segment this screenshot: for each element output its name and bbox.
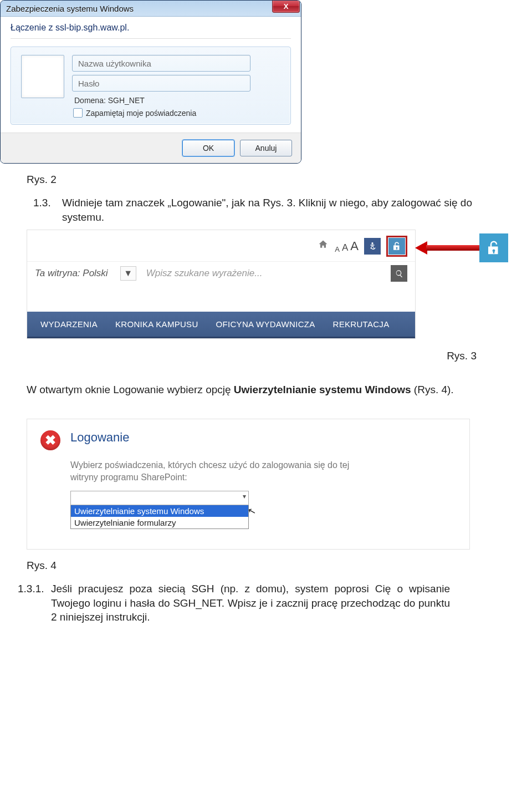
credential-card: Nazwa użytkownika Hasło Domena: SGH_NET … [11,47,291,125]
remember-checkbox[interactable] [73,108,83,118]
close-icon: X [284,2,289,11]
close-button[interactable]: X [272,0,300,13]
login-heading: Logowanie [70,430,456,445]
nav-item[interactable]: REKRUTACJA [333,319,390,329]
home-icon[interactable] [317,239,329,253]
auth-option-windows[interactable]: Uwierzytelnianie systemu Windows [71,505,248,517]
dialog-titlebar: Zabezpieczenia systemu Windows X [1,1,301,17]
list-item: 1.3.Widnieje tam znaczek „Logowanie", ja… [62,196,472,224]
figure-caption: Rys. 4 [27,560,505,572]
website-toolbar-screenshot: A A A Ta witryna: Polski ▼ Wpisz szukane… [27,230,416,339]
remember-label: Zapamiętaj moje poświadczenia [86,109,196,118]
login-icon-highlight [386,236,407,257]
nav-item[interactable]: OFICYNA WYDAWNICZA [216,319,315,329]
error-icon: ✖ [40,430,60,450]
divider [11,38,291,39]
dialog-title: Zabezpieczenia systemu Windows [1,4,134,13]
cancel-button[interactable]: Anuluj [240,140,292,156]
language-dropdown[interactable]: ▼ [120,266,136,281]
domain-label: Domena: SGH_NET [72,95,280,108]
figure-caption: Rys. 2 [27,174,505,186]
windows-security-dialog: Zabezpieczenia systemu Windows X Łączeni… [0,0,301,164]
callout-arrow [415,233,508,262]
paragraph: W otwartym oknie Logowanie wybierz opcję… [0,383,508,408]
login-instruction: Wybierz poświadczenia, których chcesz uż… [70,459,364,483]
lock-icon [479,233,508,262]
list-item: 1.3.1.Jeśli pracujesz poza siecią SGH (n… [51,582,450,624]
search-button[interactable] [391,265,407,282]
username-input[interactable]: Nazwa użytkownika [72,55,250,72]
avatar-placeholder [21,55,64,98]
main-nav: WYDARZENIA KRONIKA KAMPUSU OFICYNA WYDAW… [27,312,415,338]
accessibility-icon[interactable] [364,238,381,255]
ok-button[interactable]: OK [182,140,234,156]
password-input[interactable]: Hasło [72,75,250,92]
svg-point-0 [371,242,373,244]
nav-item[interactable]: KRONIKA KAMPUSU [115,319,198,329]
list-number: 1.3.1. [18,582,51,596]
login-dropdown-screenshot: ✖ Logowanie Wybierz poświadczenia, który… [27,419,470,550]
nav-item[interactable]: WYDARZENIA [40,319,98,329]
login-icon[interactable] [388,238,405,255]
auth-combobox[interactable] [70,491,249,505]
auth-option-forms[interactable]: Uwierzytelnianie formularzy [71,517,248,528]
font-size-selector[interactable]: A A A [335,239,359,253]
dialog-subtitle: Łączenie z ssl-bip.sgh.waw.pl. [11,23,291,33]
language-label: Ta witryna: Polski [35,268,120,279]
auth-dropdown-list: Uwierzytelnianie systemu Windows Uwierzy… [70,505,249,529]
list-number: 1.3. [33,196,62,210]
search-input[interactable]: Wpisz szukane wyrażenie... [146,268,391,279]
figure-caption: Rys. 3 [0,347,532,372]
